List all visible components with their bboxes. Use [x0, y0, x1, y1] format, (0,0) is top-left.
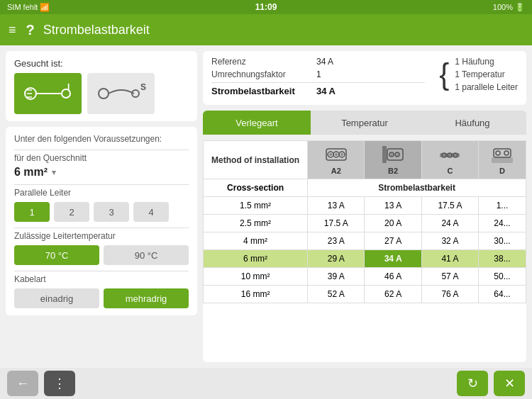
- bottom-bar: ← ⋮ ↻ ✕: [0, 368, 532, 399]
- table-row: 4 mm² 23 A 27 A 32 A 30...: [204, 232, 526, 250]
- back-button[interactable]: ←: [7, 371, 38, 396]
- brace-items: 1 Häufung 1 Temperatur 1 parallele Leite…: [455, 57, 518, 92]
- para-btn-3[interactable]: 3: [94, 202, 129, 222]
- right-panel: Referenz 34 A Umrechnungsfaktor 1 Stromb…: [203, 51, 526, 362]
- cable-icon-active: I: [14, 73, 82, 114]
- refresh-button[interactable]: ↻: [457, 371, 488, 396]
- querschnitt-number: 6 mm²: [14, 166, 48, 179]
- cable-icon-inactive: S: [87, 73, 155, 114]
- close-icon: ✕: [504, 376, 515, 391]
- umrechnungs-row: Umrechnungsfaktor 1: [211, 69, 425, 79]
- close-button[interactable]: ✕: [494, 371, 525, 396]
- para-btn-4[interactable]: 4: [133, 202, 169, 222]
- voraussetzungen-card: Unter den folgenden Voraussetzungen: für…: [6, 127, 197, 315]
- tab-verlegeart[interactable]: Verlegeart: [203, 111, 311, 135]
- val-4-b2: 27 A: [365, 232, 421, 250]
- brace-char: {: [439, 60, 449, 89]
- cross-section-header: Cross-section: [204, 179, 308, 197]
- parallele-label: Parallele Leiter: [14, 188, 189, 198]
- val-10-b2: 46 A: [365, 268, 421, 286]
- svg-text:I: I: [67, 82, 70, 92]
- para-btn-1[interactable]: 1: [14, 202, 50, 222]
- tab-bar: Verlegeart Temperatur Häufung: [203, 111, 526, 135]
- help-icon[interactable]: ?: [26, 22, 35, 38]
- val-6-a2: 29 A: [308, 250, 365, 268]
- querschnitt-label: für den Querschnitt: [14, 153, 189, 163]
- more-menu-button[interactable]: ⋮: [44, 371, 75, 396]
- method-icon-b2: [382, 145, 404, 164]
- table-row: 1.5 mm² 13 A 13 A 17.5 A 1...: [204, 197, 526, 215]
- referenz-label: Referenz: [211, 57, 311, 67]
- bottom-right: ↻ ✕: [457, 371, 525, 396]
- val-10-c: 57 A: [421, 268, 478, 286]
- method-icon-a2-cell: A2: [308, 141, 365, 179]
- temp-btn-70[interactable]: 70 °C: [14, 245, 99, 265]
- table-card: Method of installation: [203, 140, 526, 362]
- val-16-c: 76 A: [421, 286, 478, 303]
- temp-label: Zulässige Leitertemperatur: [14, 231, 189, 241]
- kabel-btn-einadrig[interactable]: einadrig: [14, 288, 99, 308]
- referenz-row: Referenz 34 A: [211, 57, 425, 67]
- status-left: SIM fehlt 📶: [7, 3, 50, 12]
- parallele-buttons: 1 2 3 4: [14, 202, 189, 222]
- menu-icon[interactable]: ≡: [9, 23, 16, 38]
- page-title: Strombelastbarkeit: [43, 23, 150, 38]
- tab-verlegeart-label: Verlegeart: [235, 118, 277, 128]
- val-4-c: 32 A: [421, 232, 478, 250]
- tab-temperatur[interactable]: Temperatur: [311, 111, 419, 135]
- val-1-5-a2: 13 A: [308, 197, 365, 215]
- tab-haefung-label: Häufung: [455, 118, 489, 128]
- para-btn-2[interactable]: 2: [54, 202, 89, 222]
- tab-temperatur-label: Temperatur: [341, 118, 388, 128]
- svg-point-20: [391, 154, 393, 156]
- install-table: Method of installation: [203, 140, 526, 303]
- kabel-btn-mehradrig[interactable]: mehradrig: [104, 288, 189, 308]
- val-2-5-a2: 17.5 A: [308, 215, 365, 232]
- kabelart-label: Kabelart: [14, 274, 189, 284]
- section-16: 16 mm²: [204, 286, 308, 303]
- refresh-icon: ↻: [467, 376, 478, 391]
- val-1-5-c: 17.5 A: [421, 197, 478, 215]
- method-header: Method of installation: [204, 141, 308, 179]
- val-1-5-d: 1...: [479, 197, 526, 215]
- strombelastbarkeit-header: Strombelastbarkeit: [308, 179, 526, 197]
- svg-rect-27: [492, 157, 513, 163]
- referenz-value: 34 A: [316, 57, 333, 67]
- status-bar: SIM fehlt 📶 11:09 100% 🔋: [0, 0, 532, 14]
- umrechnungs-value: 1: [316, 69, 321, 79]
- gesucht-label: Gesucht ist:: [14, 58, 189, 69]
- svg-point-16: [340, 153, 343, 156]
- method-icon-b2-cell: B2: [365, 141, 421, 179]
- kabelart-buttons: einadrig mehradrig: [14, 288, 189, 308]
- section-4: 4 mm²: [204, 232, 308, 250]
- section-6: 6 mm²: [204, 250, 308, 268]
- tab-haefung[interactable]: Häufung: [419, 111, 526, 135]
- val-2-5-c: 24 A: [421, 215, 478, 232]
- svg-point-29: [496, 151, 500, 155]
- svg-text:S: S: [140, 82, 146, 92]
- cable-icon-svg: I: [23, 76, 73, 111]
- temp-btn-90[interactable]: 90 °C: [104, 245, 189, 265]
- val-6-b2: 34 A: [365, 250, 421, 268]
- val-10-a2: 39 A: [308, 268, 365, 286]
- val-2-5-b2: 20 A: [365, 215, 421, 232]
- svg-point-30: [504, 151, 509, 155]
- section-2-5: 2.5 mm²: [204, 215, 308, 232]
- val-4-a2: 23 A: [308, 232, 365, 250]
- more-icon: ⋮: [53, 376, 66, 391]
- section-1-5: 1.5 mm²: [204, 197, 308, 215]
- val-4-d: 30...: [479, 232, 526, 250]
- dropdown-arrow[interactable]: ▾: [52, 168, 56, 177]
- val-6-d: 38...: [479, 250, 526, 268]
- brace-item-2: 1 Temperatur: [455, 69, 518, 79]
- brace-item-3: 1 parallele Leiter: [455, 82, 518, 92]
- method-icon-a2: [325, 145, 348, 164]
- val-6-c: 41 A: [421, 250, 478, 268]
- brace-item-1: 1 Häufung: [455, 57, 518, 67]
- method-icon-d-cell: D: [479, 141, 526, 179]
- strom-value: 34 A: [316, 86, 336, 96]
- val-16-d: 64...: [479, 286, 526, 303]
- section-10: 10 mm²: [204, 268, 308, 286]
- status-time: 11:09: [255, 2, 277, 12]
- header: ≡ ? Strombelastbarkeit: [0, 14, 532, 45]
